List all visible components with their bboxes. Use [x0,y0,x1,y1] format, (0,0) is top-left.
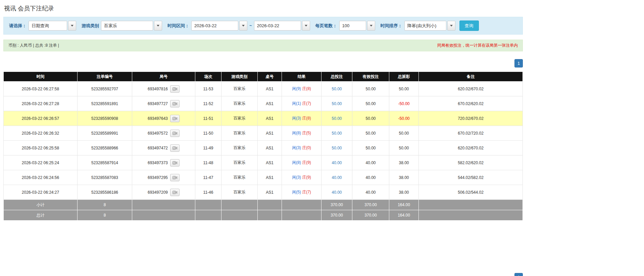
cell-result: 闲(1) 庄(7) [282,96,321,111]
cell-payout: 38.00 [389,155,419,170]
table-row: 2026-03-22 06:25:58523285588966693497472… [4,141,523,155]
chevron-down-icon [370,25,373,27]
cell-time: 2026-03-22 06:25:24 [4,155,78,170]
cell-result: 闲(8) 庄(5) [282,126,321,141]
chevron-down-icon [157,25,159,27]
header-remark: 备注 [419,72,523,82]
cell-session: 11-48 [195,155,221,170]
cell-time: 2026-03-22 06:24:27 [4,185,78,200]
table-row: 2026-03-22 06:26:32523285589991693497572… [4,126,523,141]
cell-session: 11-47 [195,170,221,185]
replay-video-icon [172,131,178,135]
page-button-1[interactable]: 1 [514,59,523,67]
cell-game-type: 百家乐 [221,82,258,96]
round-number: 693497643 [148,116,168,121]
footer-remark [419,200,523,210]
bets-table: 时间 注单编号 局号 场次 游戏类别 桌号 结果 总投注 有效投注 总派彩 备注… [3,72,523,221]
cell-valid-bet: 40.00 [352,170,389,185]
footer-round-id [132,200,195,210]
cell-session: 11-53 [195,82,221,96]
replay-video-button[interactable] [170,144,180,152]
game-type-input[interactable] [101,21,153,31]
select-type-label: 请选择： [9,23,27,29]
cell-payout: 50.00 [389,82,419,96]
date-to-input[interactable] [254,21,301,31]
footer-result [282,210,321,221]
game-type-combo [101,21,162,31]
total-bet-link[interactable]: 50.00 [332,87,342,91]
cell-valid-bet: 50.00 [352,82,389,96]
select-type-input[interactable] [29,21,67,31]
total-bet-link[interactable]: 50.00 [332,146,342,150]
header-payout: 总派彩 [389,72,419,82]
table-row: 2026-03-22 06:24:56523285587083693497295… [4,170,523,185]
cell-payout: 50.00 [389,126,419,141]
replay-video-button[interactable] [170,174,180,181]
replay-video-button[interactable] [170,130,180,137]
cell-remark: 544.02/582.02 [419,170,523,185]
cell-round-id: 693497816 [132,82,195,96]
round-number: 693497572 [148,131,168,136]
cell-table-no: AS1 [258,96,282,111]
cell-session: 11-49 [195,141,221,155]
header-session: 场次 [195,72,221,82]
table-body: 2026-03-22 06:27:58523285592707693497816… [4,82,523,221]
cell-bet-id: 523285587083 [78,170,132,185]
cell-session: 11-50 [195,126,221,141]
pagination-top: 1 [3,59,523,67]
page-size-dropdown-button[interactable] [367,21,375,31]
page-size-input[interactable] [339,21,366,31]
cell-total-bet: 50.00 [321,96,352,111]
table-header: 时间 注单编号 局号 场次 游戏类别 桌号 结果 总投注 有效投注 总派彩 备注 [4,72,523,82]
page-button-1-bottom[interactable]: 1 [514,273,523,276]
date-to-combo [254,21,310,31]
cell-round-id: 693497373 [132,155,195,170]
search-button[interactable]: 查询 [459,20,479,31]
replay-video-button[interactable] [170,159,180,167]
game-type-dropdown-button[interactable] [154,21,162,31]
cell-total-bet: 50.00 [321,126,352,141]
replay-video-button[interactable] [170,189,180,196]
replay-video-button[interactable] [170,115,180,122]
cell-total-bet: 40.00 [321,170,352,185]
result-banker: 庄(9) [302,160,311,165]
cell-valid-bet: 50.00 [352,96,389,111]
total-bet-link[interactable]: 50.00 [332,131,342,136]
replay-video-button[interactable] [170,100,180,107]
cell-game-type: 百家乐 [221,96,258,111]
date-to-dropdown-button[interactable] [302,21,310,31]
result-banker: 庄(5) [302,131,311,135]
date-from-input[interactable] [191,21,238,31]
result-banker: 庄(7) [302,101,311,106]
footer-label: 总计 [4,210,78,221]
cell-bet-id: 523285592707 [78,82,132,96]
cell-bet-id: 523285588966 [78,141,132,155]
total-bet-link[interactable]: 50.00 [332,116,342,121]
total-bet-link[interactable]: 40.00 [332,175,342,180]
cell-game-type: 百家乐 [221,126,258,141]
header-round-id: 局号 [132,72,195,82]
page-container: 视讯 会员下注纪录 请选择： 游戏类别 时间区间： ~ 每页笔数： 时间排序： [3,0,523,276]
cell-time: 2026-03-22 06:25:58 [4,141,78,155]
subtotal-row: 小计8370.00370.00164.00 [4,200,523,210]
footer-remark [419,210,523,221]
footer-label: 小计 [4,200,78,210]
total-bet-link[interactable]: 50.00 [332,101,342,106]
select-type-dropdown-button[interactable] [68,21,76,31]
cell-total-bet: 50.00 [321,111,352,126]
date-from-combo [191,21,247,31]
total-bet-link[interactable]: 40.00 [332,190,342,195]
cell-result: 闲(3) 庄(0) [282,141,321,155]
total-bet-link[interactable]: 40.00 [332,160,342,165]
date-from-dropdown-button[interactable] [239,21,247,31]
sort-input[interactable] [404,21,446,31]
chevron-down-icon [71,25,73,27]
round-number: 693497472 [148,146,168,150]
replay-video-button[interactable] [170,85,180,93]
cell-time: 2026-03-22 06:27:28 [4,96,78,111]
footer-count: 8 [78,210,132,221]
footer-valid-bet: 370.00 [352,210,389,221]
sort-dropdown-button[interactable] [447,21,455,31]
cell-result: 闲(5) 庄(7) [282,185,321,200]
replay-video-icon [172,117,178,121]
